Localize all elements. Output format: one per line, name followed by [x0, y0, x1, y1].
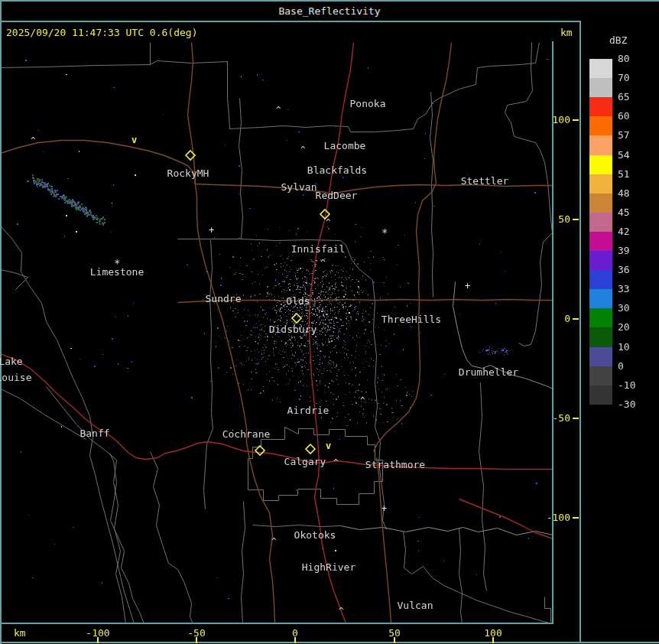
- colorbar-value-label: 20: [618, 321, 648, 333]
- y-axis-tick-label: 100: [526, 114, 570, 125]
- colorbar-swatch: [589, 194, 612, 213]
- colorbar-value-label: -30: [618, 398, 648, 410]
- colorbar-swatch: [589, 174, 612, 194]
- x-axis-tick-label: -50: [174, 627, 219, 639]
- x-axis-tick-label: 100: [470, 627, 516, 639]
- colorbar-value-label: 80: [618, 53, 648, 64]
- colorbar-value-label: 65: [618, 91, 648, 102]
- window-title: Base_Reflectivity: [0, 5, 659, 17]
- y-axis-tick-label: 50: [526, 213, 570, 225]
- radar-display-window: Base_Reflectivity 2025/09/20 11:47:33 UT…: [0, 0, 659, 644]
- colorbar-value-label: 10: [618, 341, 648, 353]
- colorbar-swatch: [589, 135, 612, 155]
- colorbar-value-label: 57: [618, 129, 648, 141]
- range-unit-bottom: km: [14, 627, 26, 639]
- y-axis-tick: [573, 219, 579, 220]
- scan-timestamp: 2025/09/20 11:47:33 UTC 0.6(deg): [6, 27, 197, 38]
- map-bottom-border: [0, 623, 553, 624]
- colorbar-swatch: [589, 385, 612, 405]
- colorbar-value-label: 33: [618, 283, 648, 294]
- x-axis-tick-label: -100: [75, 627, 121, 639]
- frame-top-border: [0, 0, 659, 2]
- colorbar-value-label: 54: [618, 149, 648, 161]
- colorbar-value-label: 36: [618, 264, 648, 275]
- colorbar-swatch: [589, 116, 612, 136]
- frame-left-border: [0, 0, 2, 644]
- colorbar-swatch: [589, 347, 612, 367]
- colorbar-value-label: 45: [618, 207, 648, 218]
- colorbar-value-label: 70: [618, 72, 648, 83]
- colorbar-swatch: [589, 308, 612, 328]
- y-axis-tick-label: -100: [526, 512, 570, 523]
- colorbar-value-label: 48: [618, 187, 648, 199]
- y-axis-tick: [573, 517, 579, 519]
- titlebar-separator: [0, 21, 581, 22]
- colorbar-value-label: -10: [618, 379, 648, 391]
- frame-bottom-border: [0, 642, 659, 643]
- x-axis-tick-label: 50: [372, 627, 417, 639]
- colorbar-swatch: [589, 213, 612, 233]
- colorbar-value-label: 51: [618, 168, 648, 180]
- colorbar-swatch: [589, 270, 612, 290]
- colorbar-value-label: 30: [618, 302, 648, 314]
- colorbar-swatch: [589, 251, 612, 271]
- y-axis-tick-label: -50: [526, 412, 570, 424]
- y-axis-tick: [573, 119, 579, 121]
- colorbar-swatch: [589, 155, 612, 175]
- colorbar-swatch: [589, 366, 612, 386]
- title-bar: Base_Reflectivity: [0, 0, 659, 21]
- x-axis-tick-label: 0: [272, 627, 318, 639]
- colorbar-swatch: [589, 232, 612, 252]
- colorbar-swatch: [589, 78, 612, 98]
- colorbar-value-label: 60: [618, 110, 648, 122]
- colorbar-swatch: [589, 59, 612, 79]
- y-axis-tick: [573, 318, 579, 320]
- colorbar-value-label: 39: [618, 245, 648, 256]
- y-axis-tick: [573, 418, 579, 419]
- colorbar-swatch: [589, 289, 612, 309]
- panel-divider: [579, 21, 581, 643]
- colorbar-swatch: [589, 97, 612, 117]
- colorbar-swatch: [589, 327, 612, 347]
- map-right-border: [552, 41, 553, 624]
- colorbar-value-label: 42: [618, 226, 648, 237]
- colorbar-unit-label: dBZ: [609, 34, 627, 46]
- range-unit-top: km: [560, 27, 573, 38]
- colorbar-value-label: 0: [618, 360, 648, 372]
- status-bar: 2025/09/20 11:47:33 UTC 0.6(deg) km: [0, 22, 659, 41]
- y-axis-tick-label: 0: [526, 313, 570, 324]
